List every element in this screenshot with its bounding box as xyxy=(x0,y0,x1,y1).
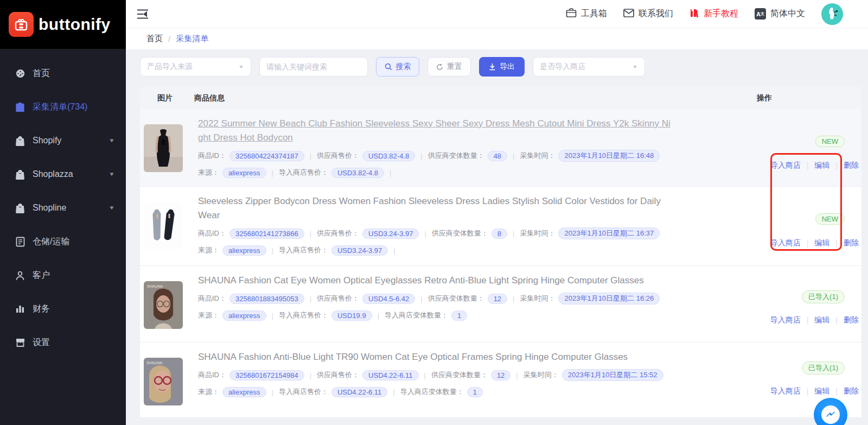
tutorial-menu-item[interactable]: 新手教程 xyxy=(690,8,738,20)
import-to-store-link[interactable]: 导入商店 xyxy=(770,161,801,170)
sidebar-item-warehouse-shipping[interactable]: 仓储/运输 xyxy=(0,225,126,258)
reset-button[interactable]: 重置 xyxy=(427,57,471,77)
edit-link[interactable]: 编辑 xyxy=(814,161,829,170)
sidebar-nav: 首页 采集清单(734) Shopify ▼ Shoplazza ▼ Shopl… xyxy=(0,49,126,359)
column-header-image: 图片 xyxy=(140,93,194,103)
sidebar-item-label: Shoplazza xyxy=(33,169,73,179)
store-price-value: USD3.82-4.8 xyxy=(331,168,384,178)
field-label: 供应商售价： xyxy=(317,370,359,380)
field-label: 采集时间： xyxy=(520,229,555,238)
product-image[interactable] xyxy=(144,124,183,172)
sidebar-item-finance[interactable]: 财务 xyxy=(0,292,126,326)
user-avatar[interactable] xyxy=(821,3,843,25)
delete-link[interactable]: 删除 xyxy=(844,386,859,396)
sidebar-item-shopify[interactable]: Shopify ▼ xyxy=(0,124,126,157)
row-actions: 导入商店|编辑|删除 xyxy=(770,161,859,170)
field-label: 商品ID： xyxy=(198,151,226,161)
field-label: 供应商变体数量： xyxy=(428,294,484,303)
product-title-link[interactable]: 2022 Summer New Beach Club Fashion Sleev… xyxy=(198,117,672,145)
edit-link[interactable]: 编辑 xyxy=(814,386,829,396)
supplier-price-value: USD4.5-6.42 xyxy=(362,294,415,304)
export-button[interactable]: 导出 xyxy=(479,57,525,77)
toolbox-menu-item[interactable]: 工具箱 xyxy=(566,8,607,20)
sidebar-item-shopline[interactable]: Shopline ▼ xyxy=(0,191,126,225)
keyword-search-input[interactable] xyxy=(266,62,361,71)
sidebar-item-settings[interactable]: 设置 xyxy=(0,326,126,359)
chevron-down-icon: ▼ xyxy=(632,65,638,69)
sidebar-item-label: 设置 xyxy=(33,337,50,348)
product-image[interactable] xyxy=(144,202,183,250)
search-icon xyxy=(385,63,392,71)
refresh-icon xyxy=(436,64,443,71)
chevron-down-icon: ▼ xyxy=(108,171,115,177)
chevron-down-icon: ▼ xyxy=(108,205,115,211)
search-button[interactable]: 搜索 xyxy=(376,57,419,77)
sidebar-item-shoplazza[interactable]: Shoplazza ▼ xyxy=(0,157,126,191)
supplier-price-value: USD4.22-6.11 xyxy=(362,370,418,380)
field-label: 商品ID： xyxy=(198,294,226,303)
field-label: 导入商店售价： xyxy=(279,245,328,255)
brand-logo[interactable]: buttonify xyxy=(0,0,126,49)
sidebar-item-collection-list[interactable]: 采集清单(734) xyxy=(0,90,126,124)
main-content: 产品导入来源 ▼ 搜索 重置 导出 是否导入商店 ▼ 图片 商品信息 操作 xyxy=(126,49,868,425)
delete-link[interactable]: 删除 xyxy=(844,315,859,325)
product-title-link[interactable]: SHAUNA Fashion Anti-Blue Light TR90 Wome… xyxy=(198,350,672,364)
products-table: 图片 商品信息 操作 2022 Summer New Beach Club Fa… xyxy=(140,87,861,418)
language-label: 简体中文 xyxy=(770,8,805,20)
collect-time-value: 2023年1月10日星期二 15:52 xyxy=(562,369,663,381)
field-label: 来源： xyxy=(198,387,219,397)
breadcrumb-home-link[interactable]: 首页 xyxy=(146,34,163,44)
shopping-bag-icon xyxy=(15,169,25,180)
field-label: 供应商变体数量： xyxy=(432,229,488,238)
product-image[interactable]: SHAUNA xyxy=(144,281,183,329)
edit-link[interactable]: 编辑 xyxy=(814,315,829,325)
supplier-variants-value: 8 xyxy=(492,229,507,239)
contact-us-menu-item[interactable]: 联系我们 xyxy=(623,8,673,20)
svg-text:SHAUNA: SHAUNA xyxy=(146,361,163,365)
imported-filter-placeholder: 是否导入商店 xyxy=(540,62,585,72)
field-label: 商品ID： xyxy=(198,229,226,238)
language-menu-item[interactable]: A文 简体中文 xyxy=(755,8,805,20)
import-to-store-link[interactable]: 导入商店 xyxy=(770,238,801,248)
table-row: SHAUNA SHAUNA Fashion Cat Eye Women Opti… xyxy=(140,266,861,342)
gift-box-logo-icon xyxy=(9,12,34,37)
breadcrumb-current: 采集清单 xyxy=(176,34,208,44)
messenger-icon xyxy=(821,405,840,424)
imported-filter-select[interactable]: 是否导入商店 ▼ xyxy=(533,57,645,77)
delete-link[interactable]: 删除 xyxy=(844,161,859,170)
sidebar-item-customers[interactable]: 客户 xyxy=(0,258,126,292)
supplier-variants-value: 12 xyxy=(491,370,510,380)
store-variants-value: 1 xyxy=(467,387,483,397)
menu-fold-icon[interactable] xyxy=(137,8,150,21)
product-image[interactable]: SHAUNA xyxy=(144,358,183,405)
sidebar-item-home[interactable]: 首页 xyxy=(0,56,126,90)
dashboard-icon xyxy=(15,68,25,79)
status-badge: 已导入(1) xyxy=(802,361,845,375)
import-source-select[interactable]: 产品导入来源 ▼ xyxy=(140,57,251,77)
translate-icon: A文 xyxy=(755,8,766,20)
supplier-price-value: USD3.82-4.8 xyxy=(362,151,415,161)
sidebar-item-label: Shopify xyxy=(33,136,61,145)
contact-us-label: 联系我们 xyxy=(639,8,673,20)
table-row: 2022 Summer New Beach Club Fashion Sleev… xyxy=(140,109,861,187)
download-icon xyxy=(489,63,496,71)
chevron-down-icon: ▼ xyxy=(108,137,115,143)
import-source-placeholder: 产品导入来源 xyxy=(147,62,193,72)
source-value: aliexpress xyxy=(222,310,266,321)
import-to-store-link[interactable]: 导入商店 xyxy=(770,386,801,396)
sidebar-item-label: 仓储/运输 xyxy=(33,236,69,248)
product-title-link[interactable]: Sleeveless Zipper Bodycon Dress Women Fa… xyxy=(198,194,672,223)
breadcrumb-separator: / xyxy=(168,34,170,43)
status-badge: 已导入(1) xyxy=(802,290,845,303)
source-value: aliexpress xyxy=(222,168,266,178)
delete-link[interactable]: 删除 xyxy=(844,238,859,248)
edit-link[interactable]: 编辑 xyxy=(814,238,829,248)
clipboard-check-icon xyxy=(15,102,25,112)
field-label: 供应商售价： xyxy=(317,294,359,303)
product-id-value: 3256801883495053 xyxy=(229,294,304,304)
mail-icon xyxy=(623,9,634,20)
supplier-variants-value: 12 xyxy=(488,294,507,304)
store-price-value: USD3.24-3.97 xyxy=(331,245,388,256)
product-title-link[interactable]: SHAUNA Fashion Cat Eye Women Optical Eye… xyxy=(198,274,672,288)
import-to-store-link[interactable]: 导入商店 xyxy=(770,315,801,325)
